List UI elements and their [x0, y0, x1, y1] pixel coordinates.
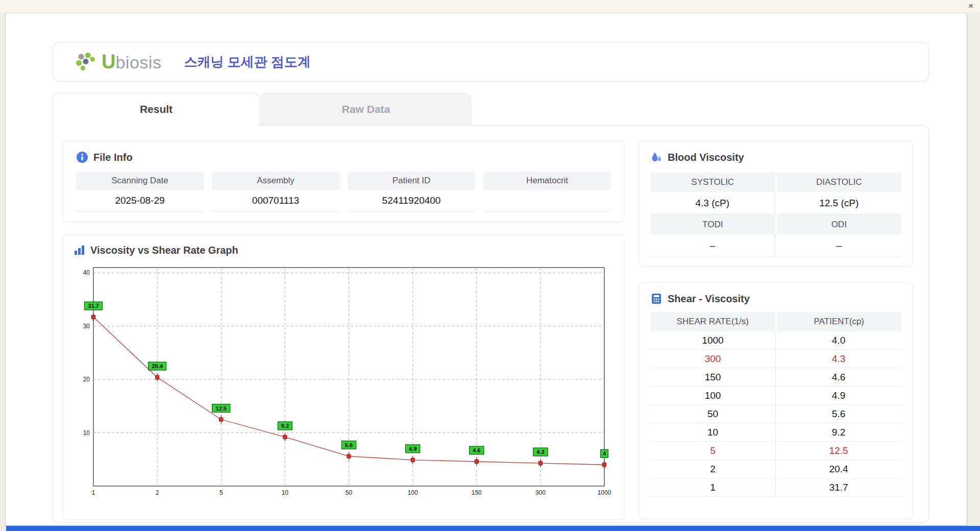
window-bottom-edge	[6, 526, 980, 531]
shear-rate-value: 300	[650, 350, 776, 368]
field-patient-id: Patient ID 52411920400	[348, 172, 475, 212]
svg-text:5.6: 5.6	[345, 442, 353, 448]
result-panel: File Info Scanning Date 2025-08-29 Assem…	[53, 125, 929, 523]
ubiosis-logo: Ubiosis	[75, 51, 161, 73]
viscosity-shear-chart: 102030401251050100150300100031.720.412.5…	[73, 260, 611, 501]
svg-text:20: 20	[83, 376, 90, 383]
logo-text: Ubiosis	[102, 51, 161, 73]
bar-chart-icon	[73, 244, 85, 256]
patient-viscosity-value: 4.9	[776, 387, 901, 404]
shear-rate-value: 2	[650, 460, 776, 478]
shear-viscosity-header: Shear - Viscosity	[650, 293, 901, 305]
todi-value: –	[650, 234, 775, 257]
blood-viscosity-title: Blood Viscosity	[668, 152, 744, 163]
shear-viscosity-row: 1504.6	[650, 368, 901, 387]
blood-viscosity-card: Blood Viscosity SYSTOLIC DIASTOLIC 4.3 (…	[639, 140, 913, 267]
right-column: Blood Viscosity SYSTOLIC DIASTOLIC 4.3 (…	[639, 140, 913, 522]
field-scanning-date: Scanning Date 2025-08-29	[76, 172, 204, 212]
svg-text:10: 10	[83, 429, 90, 437]
calculator-icon	[650, 293, 663, 305]
shear-viscosity-rows: 10004.03004.31504.61004.9505.6109.2512.5…	[650, 331, 901, 497]
header-card: Ubiosis 스캐닝 모세관 점도계	[53, 42, 929, 82]
app-title: 스캐닝 모세관 점도계	[184, 53, 310, 71]
patient-viscosity-value: 4.6	[776, 368, 901, 386]
diastolic-value: 12.5 (cP)	[777, 192, 902, 215]
shear-viscosity-table-head: SHEAR RATE(1/s) PATIENT(cp)	[650, 312, 901, 331]
tab-raw-data[interactable]: Raw Data	[261, 93, 471, 126]
svg-text:2: 2	[156, 489, 159, 496]
field-value: 000701113	[212, 190, 339, 212]
graph-header: Viscosity vs Shear Rate Graph	[73, 244, 614, 256]
shear-viscosity-row: 512.5	[650, 442, 901, 460]
shear-viscosity-row: 3004.3	[650, 350, 901, 368]
svg-text:10: 10	[282, 489, 289, 496]
tab-result[interactable]: Result	[53, 93, 260, 126]
patient-viscosity-value: 4.0	[776, 331, 901, 349]
svg-text:5: 5	[219, 489, 223, 496]
shear-viscosity-table: SHEAR RATE(1/s) PATIENT(cp) 10004.03004.…	[650, 312, 901, 497]
file-info-title: File Info	[93, 152, 133, 163]
tab-raw-data-label: Raw Data	[342, 103, 390, 115]
systolic-value: 4.3 (cP)	[650, 192, 775, 215]
file-info-fields: Scanning Date 2025-08-29 Assembly 000701…	[76, 172, 611, 212]
svg-text:4.3: 4.3	[536, 449, 544, 455]
tab-result-label: Result	[140, 103, 173, 115]
blood-viscosity-grid: SYSTOLIC DIASTOLIC 4.3 (cP) 12.5 (cP) TO…	[650, 173, 901, 257]
field-label: Hematocrit	[483, 172, 611, 190]
svg-text:1000: 1000	[598, 489, 611, 496]
patient-viscosity-value: 20.4	[776, 460, 901, 478]
left-column: File Info Scanning Date 2025-08-29 Assem…	[62, 140, 625, 522]
shear-rate-value: 150	[650, 368, 776, 386]
shear-viscosity-row: 109.2	[650, 423, 901, 442]
field-value	[483, 190, 611, 212]
patient-viscosity-value: 4.3	[776, 350, 901, 368]
svg-text:150: 150	[472, 489, 482, 496]
field-label: Scanning Date	[76, 172, 204, 190]
patient-viscosity-value: 12.5	[776, 442, 901, 460]
field-hematocrit: Hematocrit	[483, 172, 611, 212]
logo-text-rest: biosis	[115, 53, 161, 73]
logo-text-u: U	[102, 51, 115, 73]
graph-card: Viscosity vs Shear Rate Graph 1020304012…	[62, 234, 625, 520]
droplet-icon	[650, 151, 663, 163]
shear-rate-value: 50	[650, 405, 776, 423]
shear-viscosity-row: 220.4	[650, 460, 901, 478]
svg-text:4: 4	[603, 450, 606, 456]
svg-text:50: 50	[346, 489, 353, 496]
shear-rate-column-header: SHEAR RATE(1/s)	[650, 312, 775, 331]
shear-viscosity-row: 505.6	[650, 405, 901, 423]
shear-rate-value: 10	[650, 423, 776, 441]
shear-rate-value: 1000	[650, 331, 776, 349]
field-label: Patient ID	[348, 172, 475, 190]
svg-text:40: 40	[83, 269, 90, 276]
info-icon	[76, 151, 88, 163]
shear-rate-value: 1	[650, 478, 776, 496]
graph-title: Viscosity vs Shear Rate Graph	[90, 245, 238, 256]
svg-text:100: 100	[408, 489, 418, 496]
systolic-label: SYSTOLIC	[650, 173, 775, 192]
logo-grapes-icon	[75, 52, 98, 72]
blood-viscosity-header: Blood Viscosity	[650, 151, 901, 163]
patient-viscosity-value: 9.2	[776, 423, 901, 441]
svg-text:4.9: 4.9	[409, 446, 416, 452]
field-label: Assembly	[212, 172, 339, 190]
file-info-card: File Info Scanning Date 2025-08-29 Assem…	[62, 140, 625, 222]
close-icon[interactable]: ×	[968, 1, 973, 11]
field-value: 52411920400	[348, 190, 475, 212]
shear-viscosity-row: 1004.9	[650, 387, 901, 405]
tab-bar: Result Raw Data	[53, 93, 967, 125]
window-titlebar: ×	[0, 0, 980, 13]
field-value: 2025-08-29	[76, 190, 204, 212]
svg-text:12.5: 12.5	[216, 405, 227, 412]
odi-label: ODI	[777, 215, 902, 234]
shear-viscosity-title: Shear - Viscosity	[668, 293, 750, 305]
patient-viscosity-value: 31.7	[776, 478, 901, 496]
svg-text:30: 30	[83, 323, 90, 330]
svg-text:20.4: 20.4	[152, 363, 163, 369]
svg-text:4.6: 4.6	[473, 447, 480, 453]
shear-rate-value: 100	[650, 387, 776, 404]
svg-text:31.7: 31.7	[88, 303, 99, 309]
svg-text:9.2: 9.2	[281, 423, 289, 429]
svg-text:1: 1	[92, 489, 95, 496]
file-info-header: File Info	[76, 151, 611, 163]
